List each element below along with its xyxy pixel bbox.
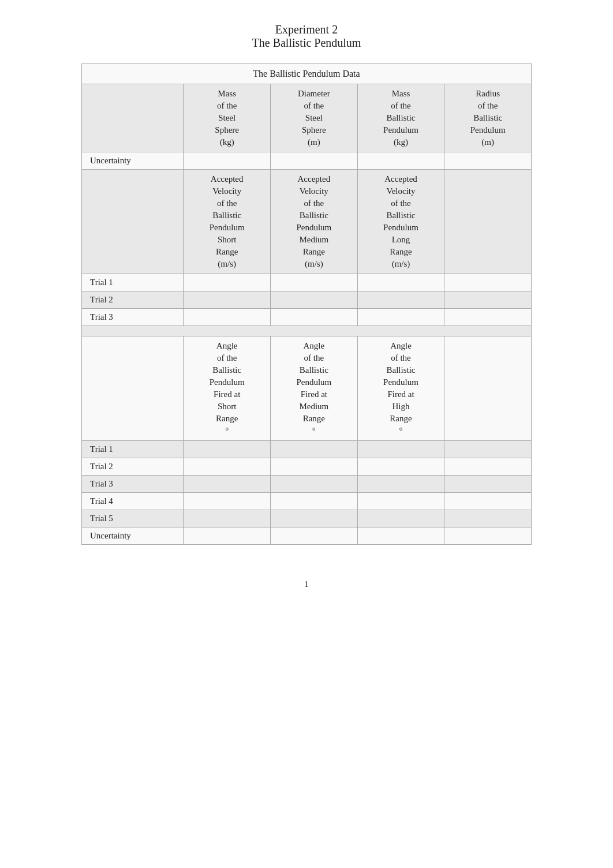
trial2-4-val-2	[271, 493, 358, 510]
trial-2-val-3	[357, 291, 444, 309]
trial2-5-val-3	[357, 510, 444, 527]
page: Experiment 2 The Ballistic Pendulum The …	[81, 23, 532, 845]
page-title: Experiment 2 The Ballistic Pendulum	[252, 23, 361, 50]
uncertainty-row-2: Uncertainty	[82, 527, 532, 545]
row-label-empty-2	[82, 170, 184, 274]
uncertainty2-val-4	[444, 527, 532, 545]
trial2-3-val-2	[271, 476, 358, 493]
table-row: Trial 2	[82, 291, 532, 309]
col-header-empty-2	[444, 170, 532, 274]
spacer-row	[82, 326, 532, 336]
trial2-3-val-1	[184, 476, 271, 493]
main-table: The Ballistic Pendulum Data Massof theSt…	[81, 63, 532, 545]
uncertainty-val-4	[444, 152, 532, 170]
trial-1-val-2	[271, 274, 358, 291]
trial-1-val-3	[357, 274, 444, 291]
trial2-3-label: Trial 3	[82, 476, 184, 493]
col-header-diameter-sphere: Diameterof theSteelSphere(m)	[271, 84, 358, 152]
title-line2: The Ballistic Pendulum	[252, 36, 361, 50]
table-section-title-row: The Ballistic Pendulum Data	[82, 64, 532, 84]
col-header-vel-long: AcceptedVelocityof theBallisticPendulumL…	[357, 170, 444, 274]
trial2-2-val-2	[271, 458, 358, 476]
uncertainty-val-2	[271, 152, 358, 170]
col-header-angle-short: Angleof theBallisticPendulumFired atShor…	[184, 336, 271, 441]
uncertainty-row-1: Uncertainty	[82, 152, 532, 170]
uncertainty2-val-1	[184, 527, 271, 545]
uncertainty-val-1	[184, 152, 271, 170]
trial2-4-label: Trial 4	[82, 493, 184, 510]
row-label-empty-3	[82, 336, 184, 441]
table-section-title: The Ballistic Pendulum Data	[82, 64, 532, 84]
trial2-1-val-4	[444, 441, 532, 458]
trial2-4-val-4	[444, 493, 532, 510]
trial2-4-val-1	[184, 493, 271, 510]
trial2-1-val-2	[271, 441, 358, 458]
trial2-5-val-1	[184, 510, 271, 527]
page-number: 1	[304, 579, 309, 589]
table-row: Trial 2	[82, 458, 532, 476]
trial-2-val-4	[444, 291, 532, 309]
trial-2-val-1	[184, 291, 271, 309]
trial2-1-val-3	[357, 441, 444, 458]
trial2-5-val-2	[271, 510, 358, 527]
col-header-mass-sphere: Massof theSteelSphere(kg)	[184, 84, 271, 152]
col-header-row-3: Angleof theBallisticPendulumFired atShor…	[82, 336, 532, 441]
trial-1-val-4	[444, 274, 532, 291]
uncertainty2-val-3	[357, 527, 444, 545]
trial2-2-val-4	[444, 458, 532, 476]
trial2-1-label: Trial 1	[82, 441, 184, 458]
table-row: Trial 1	[82, 274, 532, 291]
col-header-row: Massof theSteelSphere(kg) Diameterof the…	[82, 84, 532, 152]
trial2-4-val-3	[357, 493, 444, 510]
col-header-mass-pendulum: Massof theBallisticPendulum(kg)	[357, 84, 444, 152]
trial2-2-val-1	[184, 458, 271, 476]
trial2-2-label: Trial 2	[82, 458, 184, 476]
col-header-vel-short: AcceptedVelocityof theBallisticPendulumS…	[184, 170, 271, 274]
spacer-cell	[82, 326, 532, 336]
col-header-angle-high: Angleof theBallisticPendulumFired atHigh…	[357, 336, 444, 441]
uncertainty-label-2: Uncertainty	[82, 527, 184, 545]
trial-1-val-1	[184, 274, 271, 291]
trial-3-val-4	[444, 309, 532, 326]
row-label-empty	[82, 84, 184, 152]
table-row: Trial 1	[82, 441, 532, 458]
trial2-3-val-4	[444, 476, 532, 493]
trial-3-val-1	[184, 309, 271, 326]
trial-1-label: Trial 1	[82, 274, 184, 291]
trial-3-val-3	[357, 309, 444, 326]
trial-3-label: Trial 3	[82, 309, 184, 326]
trial-2-val-2	[271, 291, 358, 309]
col-header-row-2: AcceptedVelocityof theBallisticPendulumS…	[82, 170, 532, 274]
title-line1: Experiment 2	[252, 23, 361, 36]
uncertainty2-val-2	[271, 527, 358, 545]
table-row: Trial 4	[82, 493, 532, 510]
trial2-5-label: Trial 5	[82, 510, 184, 527]
col-header-angle-medium: Angleof theBallisticPendulumFired atMedi…	[271, 336, 358, 441]
table-row: Trial 3	[82, 476, 532, 493]
trial2-1-val-1	[184, 441, 271, 458]
col-header-vel-medium: AcceptedVelocityof theBallisticPendulumM…	[271, 170, 358, 274]
trial2-2-val-3	[357, 458, 444, 476]
trial-2-label: Trial 2	[82, 291, 184, 309]
table-row: Trial 3	[82, 309, 532, 326]
trial-3-val-2	[271, 309, 358, 326]
col-header-radius-pendulum: Radiusof theBallisticPendulum(m)	[444, 84, 532, 152]
uncertainty-val-3	[357, 152, 444, 170]
trial2-3-val-3	[357, 476, 444, 493]
uncertainty-label-1: Uncertainty	[82, 152, 184, 170]
table-row: Trial 5	[82, 510, 532, 527]
col-header-empty-3	[444, 336, 532, 441]
trial2-5-val-4	[444, 510, 532, 527]
